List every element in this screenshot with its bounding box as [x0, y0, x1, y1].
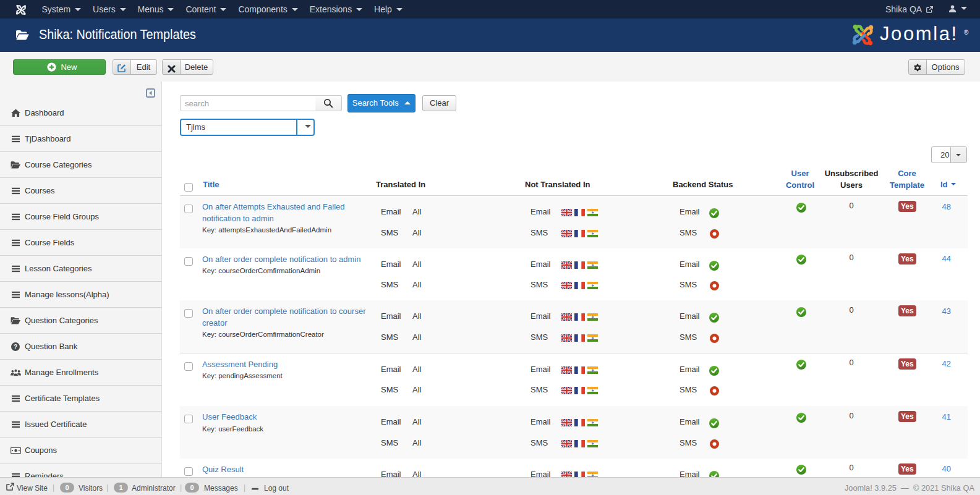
svg-text:?: ? [14, 343, 17, 350]
